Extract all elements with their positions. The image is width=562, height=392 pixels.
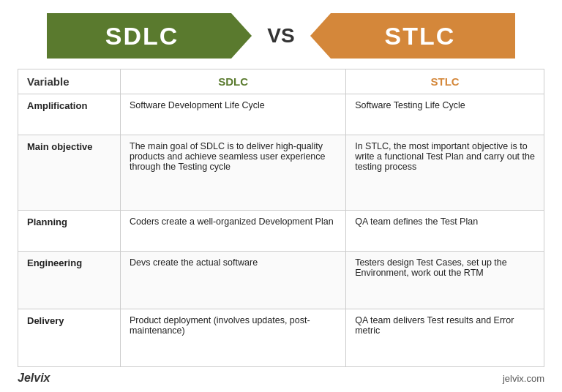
sdlc-arrow: SDLC xyxy=(47,13,252,59)
table-header-row: Variable SDLC STLC xyxy=(18,69,544,94)
page-container: SDLC VS STLC Variable SDLC STLC Amplific… xyxy=(0,0,562,392)
footer-logo: Jelvix xyxy=(18,372,50,385)
cell-stlc: Testers design Test Cases, set up the En… xyxy=(346,252,544,309)
cell-sdlc: The main goal of SDLC is to deliver high… xyxy=(121,135,346,211)
cell-sdlc: Product deployment (involves updates, po… xyxy=(121,309,346,367)
cell-sdlc: Coders create a well-organized Developme… xyxy=(121,211,346,252)
cell-variable: Delivery xyxy=(18,309,121,367)
col-header-stlc: STLC xyxy=(346,69,544,94)
col-header-sdlc: SDLC xyxy=(121,69,346,94)
col-header-variable: Variable xyxy=(18,69,121,94)
cell-variable: Main objective xyxy=(18,135,121,211)
table-row: AmplificationSoftware Development Life C… xyxy=(18,94,544,135)
stlc-arrow-label: STLC xyxy=(370,22,456,50)
cell-stlc: In STLC, the most important objective is… xyxy=(346,135,544,211)
comparison-table: Variable SDLC STLC AmplificationSoftware… xyxy=(18,69,544,367)
cell-variable: Planning xyxy=(18,211,121,252)
stlc-arrow: STLC xyxy=(310,13,515,59)
header-row: SDLC VS STLC xyxy=(18,13,544,59)
table-row: PlanningCoders create a well-organized D… xyxy=(18,211,544,252)
sdlc-arrow-label: SDLC xyxy=(105,22,194,50)
cell-stlc: Software Testing Life Cycle xyxy=(346,94,544,135)
cell-variable: Amplification xyxy=(18,94,121,135)
table-row: DeliveryProduct deployment (involves upd… xyxy=(18,309,544,367)
table-body: AmplificationSoftware Development Life C… xyxy=(18,94,544,367)
cell-sdlc: Devs create the actual software xyxy=(121,252,346,309)
table-row: EngineeringDevs create the actual softwa… xyxy=(18,252,544,309)
cell-stlc: QA team delivers Test results and Error … xyxy=(346,309,544,367)
vs-label: VS xyxy=(252,24,310,48)
table-row: Main objectiveThe main goal of SDLC is t… xyxy=(18,135,544,211)
cell-variable: Engineering xyxy=(18,252,121,309)
cell-sdlc: Software Development Life Cycle xyxy=(121,94,346,135)
cell-stlc: QA team defines the Test Plan xyxy=(346,211,544,252)
footer: Jelvix jelvix.com xyxy=(18,367,544,385)
footer-url: jelvix.com xyxy=(503,373,544,384)
